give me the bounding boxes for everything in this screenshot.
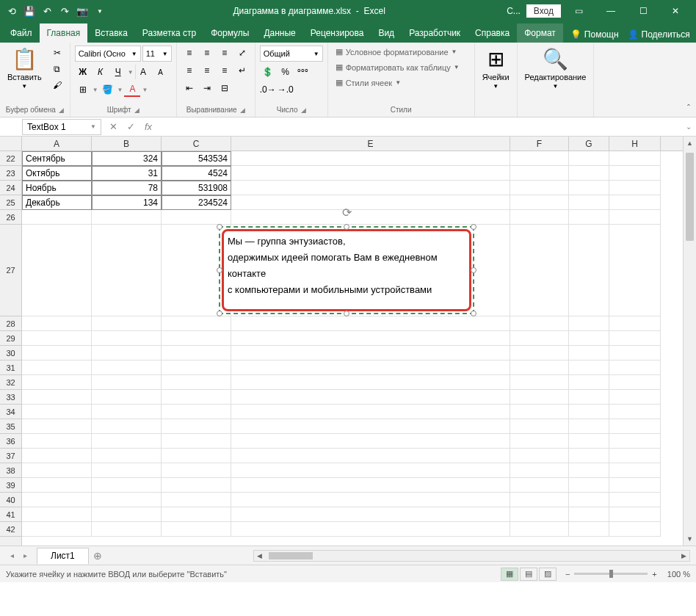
cell[interactable] <box>162 331 231 346</box>
camera-icon[interactable]: 📷 <box>76 5 88 17</box>
cell[interactable] <box>22 210 92 225</box>
cell[interactable] <box>609 375 661 390</box>
increase-decimal-button[interactable]: .0→ <box>260 82 276 97</box>
cell[interactable] <box>92 375 162 390</box>
align-right-button[interactable]: ≡ <box>217 63 233 78</box>
font-launcher[interactable]: ◢ <box>134 106 139 114</box>
cell[interactable] <box>609 434 661 449</box>
cell[interactable] <box>92 522 162 537</box>
cell[interactable] <box>162 478 231 493</box>
cell[interactable] <box>162 316 231 331</box>
cells-area[interactable]: Сентябрь324543534Октябрь314524Ноябрь7853… <box>22 151 683 546</box>
cell[interactable] <box>510 390 569 405</box>
cell[interactable] <box>569 181 609 195</box>
row-header[interactable]: 34 <box>0 405 21 419</box>
resize-handle[interactable] <box>217 311 222 316</box>
cell[interactable] <box>231 346 510 360</box>
cell[interactable]: Сентябрь <box>22 151 92 166</box>
cell[interactable] <box>92 449 162 463</box>
cut-button[interactable]: ✂ <box>49 46 65 60</box>
tab-home[interactable]: Главная <box>40 23 88 43</box>
zoom-level[interactable]: 100 % <box>667 570 690 579</box>
view-normal-button[interactable]: ▦ <box>501 568 518 581</box>
cancel-icon[interactable]: ✕ <box>104 119 122 135</box>
row-header[interactable]: 40 <box>0 493 21 507</box>
rotate-handle-icon[interactable]: ⟳ <box>342 203 352 222</box>
formula-input[interactable] <box>157 119 681 135</box>
fx-button[interactable]: fx <box>139 119 157 135</box>
cell[interactable] <box>609 419 661 434</box>
maximize-button[interactable]: ☐ <box>628 0 658 22</box>
cell[interactable] <box>92 210 162 225</box>
cell[interactable] <box>510 166 569 181</box>
scroll-up-button[interactable]: ▲ <box>684 137 696 150</box>
cell[interactable] <box>22 405 92 419</box>
cell[interactable]: 31 <box>92 166 162 181</box>
cell[interactable] <box>231 478 510 493</box>
cell[interactable] <box>22 493 92 507</box>
cell[interactable] <box>92 316 162 331</box>
cell[interactable] <box>569 195 609 210</box>
cell[interactable] <box>231 419 510 434</box>
enter-icon[interactable]: ✓ <box>122 119 139 135</box>
cell[interactable] <box>569 478 609 493</box>
cell[interactable] <box>162 210 231 225</box>
row-header[interactable]: 24 <box>0 181 21 195</box>
cell[interactable]: Ноябрь <box>22 181 92 195</box>
cell[interactable]: 4524 <box>162 166 231 181</box>
resize-handle[interactable] <box>471 267 476 273</box>
row-header[interactable]: 25 <box>0 195 21 210</box>
cell[interactable] <box>92 225 162 316</box>
tab-developer[interactable]: Разработчик <box>402 23 468 43</box>
cell[interactable] <box>510 507 569 522</box>
column-header[interactable]: F <box>510 137 569 151</box>
cell[interactable] <box>569 346 609 360</box>
cell[interactable] <box>609 151 661 166</box>
cell[interactable] <box>510 225 569 316</box>
zoom-slider[interactable] <box>574 573 648 575</box>
cell[interactable]: 543534 <box>162 151 231 166</box>
cell[interactable] <box>231 331 510 346</box>
cell[interactable]: 234524 <box>162 195 231 210</box>
cell[interactable] <box>609 331 661 346</box>
scroll-left-button[interactable]: ◀ <box>254 551 266 561</box>
cell[interactable] <box>609 507 661 522</box>
cell[interactable] <box>569 463 609 478</box>
orientation-button[interactable]: ⤢ <box>234 46 250 60</box>
tab-data[interactable]: Данные <box>256 23 302 43</box>
align-top-button[interactable]: ≡ <box>181 46 197 60</box>
cell[interactable] <box>92 507 162 522</box>
cell[interactable] <box>231 434 510 449</box>
save-icon[interactable]: 💾 <box>23 5 35 17</box>
clipboard-launcher[interactable]: ◢ <box>59 106 64 114</box>
row-header[interactable]: 42 <box>0 522 21 537</box>
cell[interactable] <box>231 507 510 522</box>
tab-file[interactable]: Файл <box>3 23 40 43</box>
cell-styles-button[interactable]: ▦Стили ячеек▼ <box>333 76 470 89</box>
sheet-tab[interactable]: Лист1 <box>37 548 89 564</box>
cell[interactable] <box>22 522 92 537</box>
cell[interactable]: 134 <box>92 195 162 210</box>
cell[interactable] <box>510 151 569 166</box>
cell[interactable] <box>510 405 569 419</box>
cell[interactable] <box>162 360 231 375</box>
number-format-combo[interactable]: Общий▼ <box>260 46 323 62</box>
cell[interactable] <box>609 181 661 195</box>
row-header[interactable]: 26 <box>0 210 21 225</box>
row-header[interactable]: 31 <box>0 360 21 375</box>
resize-handle[interactable] <box>471 224 476 230</box>
cell[interactable] <box>569 375 609 390</box>
tab-format[interactable]: Формат <box>517 23 563 43</box>
bold-button[interactable]: Ж <box>75 65 91 79</box>
cell[interactable] <box>22 478 92 493</box>
cell[interactable] <box>510 331 569 346</box>
cell[interactable] <box>92 434 162 449</box>
cell[interactable] <box>92 478 162 493</box>
format-table-button[interactable]: ▦Форматировать как таблицу▼ <box>333 61 470 73</box>
cell[interactable] <box>231 151 510 166</box>
cell[interactable] <box>569 434 609 449</box>
cell[interactable] <box>231 405 510 419</box>
column-header[interactable]: B <box>92 137 162 151</box>
cell[interactable] <box>569 493 609 507</box>
shrink-font-button[interactable]: A <box>153 65 169 79</box>
